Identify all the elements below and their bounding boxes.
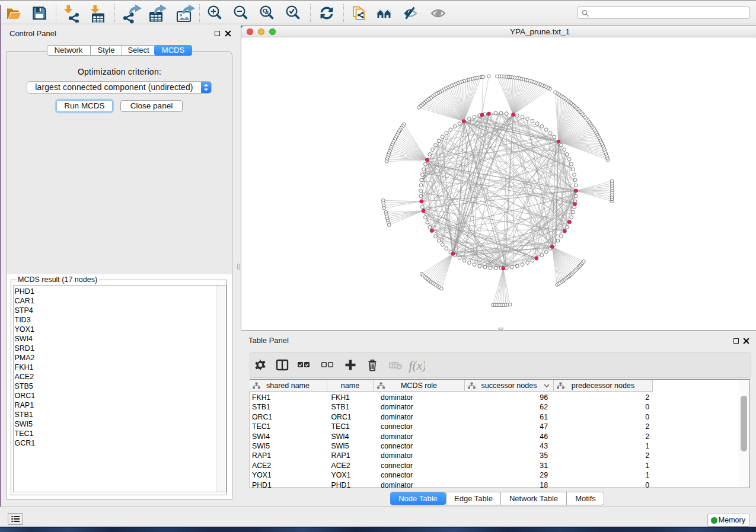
svg-text:f(x): f(x) [409, 358, 426, 373]
